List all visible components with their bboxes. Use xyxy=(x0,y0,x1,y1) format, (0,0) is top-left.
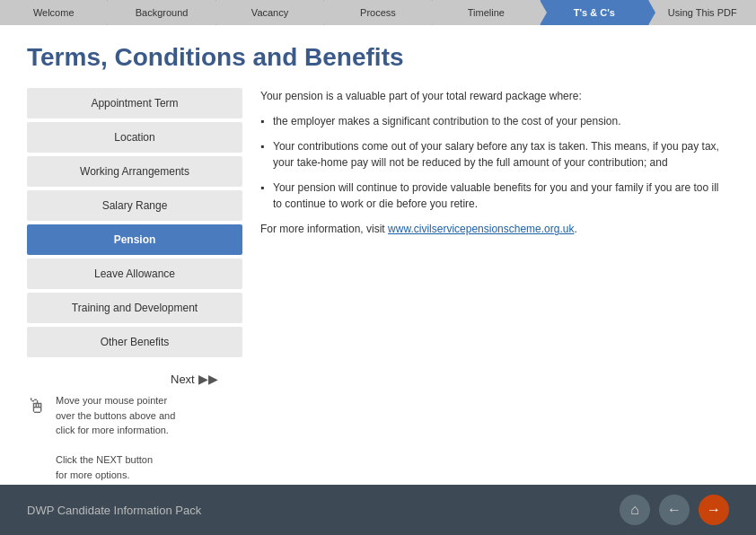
next-arrows-icon: ▶▶ xyxy=(198,372,218,386)
sidebar-btn-location[interactable]: Location xyxy=(27,122,242,153)
nav-item-welcome[interactable]: Welcome xyxy=(0,0,108,25)
pension-content: Your pension is a valuable part of your … xyxy=(260,88,729,357)
pension-bullets: the employer makes a significant contrib… xyxy=(260,113,729,212)
nav-item-process[interactable]: Process xyxy=(324,0,432,25)
more-info-suffix: . xyxy=(574,223,576,235)
sidebar-btn-appointment-term[interactable]: Appointment Term xyxy=(27,88,242,118)
pension-bullet-3: Your pension will continue to provide va… xyxy=(260,180,729,212)
hint-text: Move your mouse pointer over the buttons… xyxy=(56,393,175,482)
sidebar: Appointment TermLocationWorking Arrangem… xyxy=(27,88,242,357)
hint-area: 🖱 Move your mouse pointer over the butto… xyxy=(27,393,218,482)
nav-item-vacancy[interactable]: Vacancy xyxy=(216,0,324,25)
nav-item-timeline[interactable]: Timeline xyxy=(433,0,541,25)
footer-icons: ⌂ ← → xyxy=(620,495,729,525)
sidebar-btn-salary-range[interactable]: Salary Range xyxy=(27,190,242,221)
footer-title: DWP Candidate Information Pack xyxy=(27,504,201,517)
sidebar-btn-pension[interactable]: Pension xyxy=(27,224,242,255)
hint-line5: Click the NEXT button xyxy=(56,454,153,465)
hint-line2: over the buttons above and xyxy=(56,410,175,421)
next-area: Next ▶▶ 🖱 Move your mouse pointer over t… xyxy=(27,372,729,482)
top-navigation: WelcomeBackgroundVacancyProcessTimelineT… xyxy=(0,0,756,25)
sidebar-btn-other-benefits[interactable]: Other Benefits xyxy=(27,327,242,357)
nav-item-t's-&-c's[interactable]: T's & C's xyxy=(541,0,648,25)
pension-link[interactable]: www.civilservicepensionscheme.org.uk xyxy=(388,223,574,235)
footer: DWP Candidate Information Pack ⌂ ← → xyxy=(0,485,756,535)
home-button[interactable]: ⌂ xyxy=(620,495,650,525)
main-content: Terms, Conditions and Benefits Appointme… xyxy=(0,25,756,491)
hint-line1: Move your mouse pointer xyxy=(56,395,167,406)
next-button[interactable]: Next ▶▶ xyxy=(171,372,218,386)
mouse-icon: 🖱 xyxy=(27,395,47,418)
hint-line6: for more options. xyxy=(56,469,130,480)
page-title: Terms, Conditions and Benefits xyxy=(27,43,729,72)
pension-intro: Your pension is a valuable part of your … xyxy=(260,88,729,104)
back-button[interactable]: ← xyxy=(659,495,690,525)
nav-item-background[interactable]: Background xyxy=(108,0,215,25)
pension-more-info: For more information, visit www.civilser… xyxy=(260,221,729,237)
next-label: Next xyxy=(171,373,195,386)
hint-line3: click for more information. xyxy=(56,425,169,435)
sidebar-btn-working-arrangements[interactable]: Working Arrangements xyxy=(27,156,242,187)
sidebar-btn-training-and-development[interactable]: Training and Development xyxy=(27,293,242,323)
pension-bullet-1: the employer makes a significant contrib… xyxy=(260,113,729,129)
content-layout: Appointment TermLocationWorking Arrangem… xyxy=(27,88,729,357)
nav-item-using-this-pdf[interactable]: Using This PDF xyxy=(649,0,756,25)
pension-bullet-2: Your contributions come out of your sala… xyxy=(260,138,729,171)
sidebar-btn-leave-allowance[interactable]: Leave Allowance xyxy=(27,259,242,289)
forward-button[interactable]: → xyxy=(699,495,729,525)
more-info-prefix: For more information, visit xyxy=(260,223,388,235)
